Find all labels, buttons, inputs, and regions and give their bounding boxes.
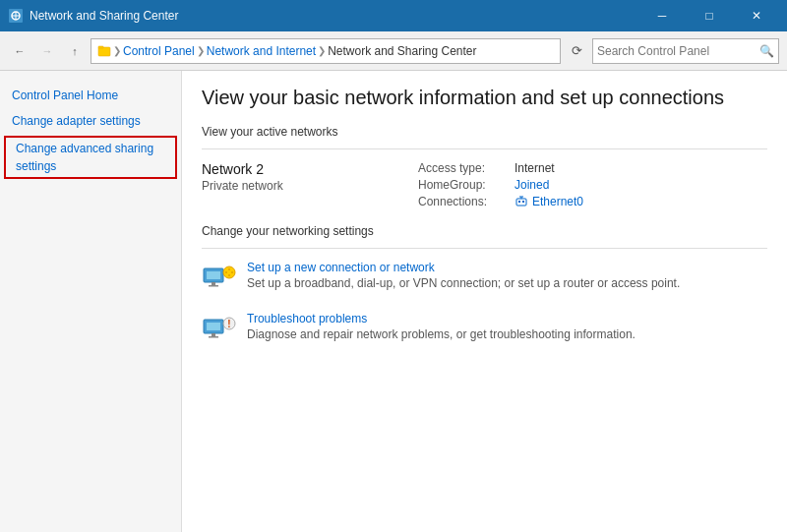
network-info: Network 2 Private network Access type: I… [202, 161, 767, 208]
main-layout: Control Panel Home Change adapter settin… [0, 71, 787, 532]
titlebar: Network and Sharing Center ─ □ ✕ [0, 0, 787, 31]
connections-row: Connections: Ethernet0 [418, 195, 583, 208]
new-connection-icon [202, 261, 237, 296]
sidebar-link-adapter[interactable]: Change adapter settings [0, 108, 181, 134]
breadcrumb-sep-1: ❯ [113, 45, 121, 56]
connections-value[interactable]: Ethernet0 [532, 195, 583, 208]
refresh-button[interactable]: ⟳ [565, 39, 588, 63]
homegroup-row: HomeGroup: Joined [418, 178, 583, 192]
divider-1 [202, 148, 767, 149]
folder-icon [97, 44, 111, 58]
titlebar-title: Network and Sharing Center [30, 9, 178, 23]
svg-rect-22 [212, 333, 215, 336]
sidebar: Control Panel Home Change adapter settin… [0, 71, 182, 532]
titlebar-left: Network and Sharing Center [8, 8, 178, 24]
breadcrumb-network-internet[interactable]: Network and Internet [207, 44, 316, 58]
homegroup-label: HomeGroup: [418, 178, 507, 192]
breadcrumb-bar: ❯ Control Panel ❯ Network and Internet ❯… [91, 38, 561, 64]
svg-text:!: ! [227, 319, 230, 329]
divider-2 [202, 248, 767, 249]
app-icon [8, 8, 24, 24]
setting-troubleshoot: ! Troubleshoot problems Diagnose and rep… [202, 312, 767, 347]
troubleshoot-desc: Diagnose and repair network problems, or… [247, 327, 767, 341]
svg-rect-13 [212, 282, 215, 285]
maximize-button[interactable]: □ [687, 0, 732, 31]
breadcrumb-sep-3: ❯ [318, 45, 326, 56]
svg-point-15 [223, 266, 235, 278]
network-type: Private network [202, 179, 398, 193]
sidebar-link-home[interactable]: Control Panel Home [0, 83, 181, 108]
svg-rect-6 [516, 199, 526, 206]
breadcrumb-sep-2: ❯ [197, 45, 205, 56]
change-settings-label: Change your networking settings [202, 224, 767, 238]
access-type-row: Access type: Internet [418, 161, 583, 175]
search-box[interactable]: 🔍 [592, 38, 779, 64]
svg-rect-14 [209, 285, 218, 287]
page-title: View your basic network information and … [202, 87, 767, 109]
troubleshoot-title[interactable]: Troubleshoot problems [247, 312, 767, 325]
connections-label: Connections: [418, 195, 507, 208]
ethernet-icon [515, 195, 528, 208]
svg-rect-23 [209, 336, 218, 338]
breadcrumb-control-panel[interactable]: Control Panel [123, 44, 195, 58]
new-connection-title[interactable]: Set up a new connection or network [247, 261, 767, 274]
search-input[interactable] [597, 44, 759, 58]
minimize-button[interactable]: ─ [639, 0, 685, 31]
network-name: Network 2 [202, 161, 398, 177]
access-type-label: Access type: [418, 161, 507, 175]
svg-rect-7 [518, 201, 520, 203]
up-button[interactable]: ↑ [63, 39, 87, 63]
active-networks-label: View your active networks [202, 125, 767, 139]
new-connection-desc: Set up a broadband, dial-up, or VPN conn… [247, 276, 767, 290]
setting-new-connection: Set up a new connection or network Set u… [202, 261, 767, 296]
access-type-value: Internet [515, 161, 555, 175]
homegroup-value[interactable]: Joined [515, 178, 549, 192]
svg-rect-5 [98, 46, 103, 48]
svg-rect-4 [98, 47, 110, 56]
troubleshoot-icon: ! [202, 312, 237, 347]
network-name-section: Network 2 Private network [202, 161, 398, 193]
svg-rect-21 [207, 323, 220, 330]
back-button[interactable]: ← [8, 39, 31, 63]
search-icon[interactable]: 🔍 [759, 44, 774, 58]
addressbar: ← → ↑ ❯ Control Panel ❯ Network and Inte… [0, 31, 787, 71]
content-area: View your basic network information and … [182, 71, 787, 532]
close-button[interactable]: ✕ [734, 0, 779, 31]
connection-icon-container: Ethernet0 [515, 195, 583, 208]
svg-rect-8 [522, 201, 524, 203]
breadcrumb-current: Network and Sharing Center [328, 44, 476, 58]
titlebar-controls: ─ □ ✕ [639, 0, 779, 31]
forward-button[interactable]: → [35, 39, 59, 63]
network-details: Access type: Internet HomeGroup: Joined … [418, 161, 583, 208]
svg-rect-12 [207, 271, 220, 279]
troubleshoot-text: Troubleshoot problems Diagnose and repai… [247, 312, 767, 341]
new-connection-text: Set up a new connection or network Set u… [247, 261, 767, 290]
sidebar-link-advanced-sharing[interactable]: Change advanced sharing settings [4, 136, 177, 179]
